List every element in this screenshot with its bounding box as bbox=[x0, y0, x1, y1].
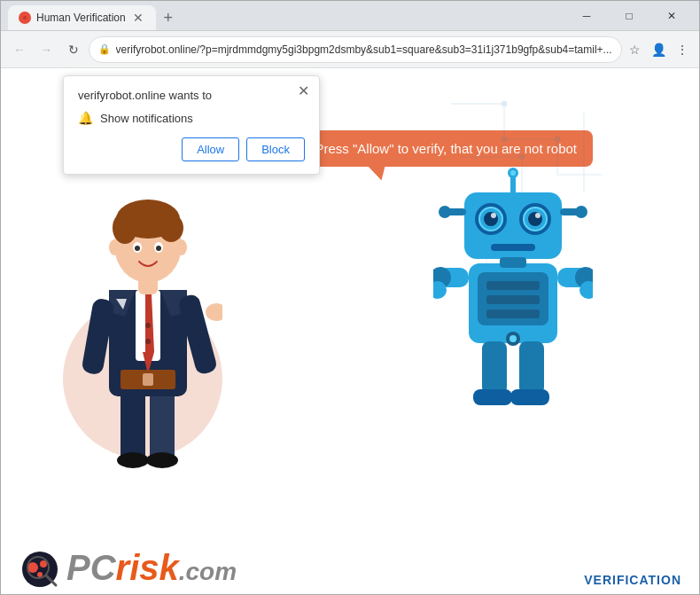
maximize-button[interactable]: □ bbox=[609, 4, 649, 28]
svg-point-64 bbox=[535, 213, 541, 218]
person-illustration bbox=[54, 139, 231, 476]
svg-point-30 bbox=[145, 339, 151, 344]
person-svg bbox=[72, 175, 222, 476]
minimize-button[interactable]: ─ bbox=[566, 4, 607, 28]
svg-point-46 bbox=[519, 154, 525, 160]
svg-rect-77 bbox=[482, 341, 507, 395]
svg-point-86 bbox=[37, 572, 43, 577]
svg-rect-3 bbox=[150, 388, 175, 463]
svg-point-26 bbox=[176, 239, 187, 255]
svg-rect-80 bbox=[510, 389, 549, 405]
browser-window: Human Verification ✕ + ─ □ ✕ ← → ↻ 🔒 ver… bbox=[0, 0, 700, 595]
popup-buttons: Allow Block bbox=[78, 137, 305, 161]
popup-title: verifyrobot.online wants to bbox=[78, 89, 305, 102]
pcrisk-icon bbox=[19, 546, 61, 589]
popup-close-button[interactable]: ✕ bbox=[294, 82, 312, 99]
pcrisk-dotcom-text: .com bbox=[179, 558, 237, 586]
tab-title: Human Verification bbox=[36, 12, 126, 24]
bottom-bar: PC risk .com VERIFICATION bbox=[1, 541, 699, 594]
svg-rect-70 bbox=[500, 257, 526, 268]
url-bar[interactable]: 🔒 verifyrobot.online/?p=mjrdmmdgmy5gi3bp… bbox=[89, 36, 622, 63]
page-content: ✕ verifyrobot.online wants to 🔔 Show not… bbox=[1, 68, 699, 594]
svg-point-62 bbox=[528, 212, 542, 226]
svg-rect-28 bbox=[143, 373, 153, 386]
tab-bar: Human Verification ✕ + bbox=[8, 1, 563, 30]
new-tab-button[interactable]: + bbox=[156, 5, 181, 30]
pcrisk-risk-text: risk bbox=[116, 548, 179, 588]
popup-notification-row: 🔔 Show notifications bbox=[78, 111, 305, 125]
svg-point-69 bbox=[575, 206, 587, 218]
svg-point-5 bbox=[146, 452, 178, 468]
svg-point-82 bbox=[509, 335, 517, 342]
bell-icon: 🔔 bbox=[78, 111, 93, 125]
tab-favicon bbox=[19, 12, 31, 24]
svg-point-56 bbox=[510, 170, 516, 176]
svg-rect-78 bbox=[519, 341, 544, 395]
svg-point-44 bbox=[502, 137, 507, 142]
svg-rect-52 bbox=[486, 309, 540, 318]
url-text: verifyrobot.online/?p=mjrdmmdgmy5gi3bpgm… bbox=[116, 43, 612, 56]
block-button[interactable]: Block bbox=[246, 137, 305, 161]
svg-point-43 bbox=[502, 101, 507, 106]
address-bar: ← → ↻ 🔒 verifyrobot.online/?p=mjrdmmdgmy… bbox=[1, 31, 699, 68]
bookmark-icon[interactable]: ☆ bbox=[626, 39, 645, 60]
svg-point-20 bbox=[159, 214, 183, 242]
svg-point-29 bbox=[145, 323, 151, 328]
lock-icon: 🔒 bbox=[98, 43, 111, 55]
refresh-button[interactable]: ↻ bbox=[61, 37, 84, 62]
svg-rect-51 bbox=[486, 295, 540, 304]
close-button[interactable]: ✕ bbox=[651, 4, 692, 28]
svg-point-61 bbox=[484, 212, 498, 226]
notification-popup: ✕ verifyrobot.online wants to 🔔 Show not… bbox=[63, 75, 320, 175]
svg-point-67 bbox=[439, 206, 451, 218]
window-controls: ─ □ ✕ bbox=[566, 4, 692, 28]
allow-button[interactable]: Allow bbox=[182, 137, 239, 161]
svg-point-24 bbox=[156, 246, 161, 251]
forward-button[interactable]: → bbox=[35, 37, 58, 62]
svg-rect-65 bbox=[491, 244, 535, 251]
svg-rect-50 bbox=[486, 281, 540, 290]
svg-rect-2 bbox=[121, 388, 145, 463]
browser-tab[interactable]: Human Verification ✕ bbox=[8, 5, 156, 30]
svg-point-63 bbox=[491, 213, 496, 218]
verification-text: VERIFICATION bbox=[584, 573, 681, 594]
svg-point-4 bbox=[117, 452, 149, 468]
pcrisk-pc-text: PC bbox=[66, 548, 116, 588]
svg-point-23 bbox=[135, 246, 140, 251]
popup-notification-text: Show notifications bbox=[100, 112, 193, 125]
title-bar: Human Verification ✕ + ─ □ ✕ bbox=[1, 1, 699, 31]
profile-icon[interactable]: 👤 bbox=[649, 39, 668, 60]
svg-point-25 bbox=[109, 239, 120, 255]
svg-point-19 bbox=[113, 212, 137, 244]
back-button[interactable]: ← bbox=[8, 37, 31, 62]
svg-point-14 bbox=[206, 303, 222, 321]
svg-rect-79 bbox=[473, 389, 512, 405]
pcrisk-text: PC risk .com bbox=[66, 548, 237, 588]
svg-point-1 bbox=[23, 16, 27, 20]
svg-point-45 bbox=[555, 137, 560, 142]
tab-close-button[interactable]: ✕ bbox=[131, 11, 145, 25]
pcrisk-logo: PC risk .com bbox=[19, 546, 237, 589]
menu-icon[interactable]: ⋮ bbox=[673, 39, 692, 60]
robot-svg bbox=[433, 166, 593, 432]
robot-illustration bbox=[433, 166, 611, 450]
